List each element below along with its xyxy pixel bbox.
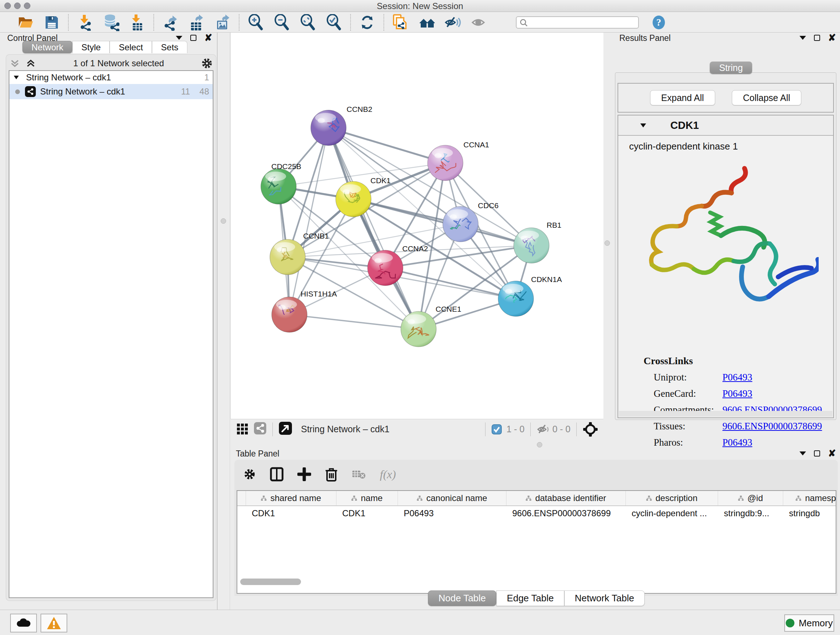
network-node-cdc25b[interactable] bbox=[261, 169, 296, 204]
table-cell[interactable]: stringdb:9... bbox=[718, 506, 783, 521]
create-column-plus-icon[interactable] bbox=[297, 467, 311, 481]
column-header-namespace[interactable]: namespace bbox=[783, 491, 836, 505]
network-edge[interactable] bbox=[289, 128, 328, 315]
export-image-icon[interactable] bbox=[214, 14, 231, 31]
apply-layout-icon[interactable] bbox=[359, 14, 376, 31]
zoom-fit-icon[interactable] bbox=[300, 14, 316, 31]
splitter-handle[interactable] bbox=[221, 218, 226, 224]
collection-expanded-icon[interactable] bbox=[13, 74, 20, 80]
network-canvas[interactable]: CCNB2CCNA1CDC25BCDK1CDC6RB1CCNB1CCNA2CDK… bbox=[231, 33, 603, 419]
splitter-handle[interactable] bbox=[605, 241, 610, 246]
tab-network[interactable]: Network bbox=[22, 41, 73, 53]
network-node-cdkn1a[interactable] bbox=[498, 281, 534, 317]
hide-panel-eye-slash-icon[interactable] bbox=[444, 14, 461, 31]
column-header--id[interactable]: @id bbox=[718, 491, 783, 505]
entry-expanded-icon[interactable] bbox=[639, 122, 648, 128]
network-options-gear-icon[interactable] bbox=[201, 57, 213, 69]
duplicate-network-icon[interactable] bbox=[392, 14, 409, 31]
collapse-panel-icon[interactable] bbox=[799, 36, 806, 40]
table-cell[interactable]: CDK1 bbox=[246, 506, 336, 521]
network-node-ccnb2[interactable] bbox=[311, 110, 346, 146]
tab-sets[interactable]: Sets bbox=[152, 41, 187, 53]
tab-select[interactable]: Select bbox=[110, 41, 152, 53]
column-header-name[interactable]: name bbox=[336, 491, 398, 505]
crosslink-link[interactable]: P06493 bbox=[722, 437, 752, 448]
collapse-all-button[interactable]: Collapse All bbox=[732, 90, 802, 105]
network-node-ccne1[interactable] bbox=[401, 311, 436, 347]
show-panel-eye-icon[interactable] bbox=[470, 14, 487, 31]
splitter-handle[interactable] bbox=[537, 442, 542, 448]
network-edge[interactable] bbox=[279, 163, 445, 187]
network-node-cdc6[interactable] bbox=[443, 206, 478, 242]
tab-string[interactable]: String bbox=[710, 62, 752, 74]
collapse-panel-icon[interactable] bbox=[176, 36, 182, 40]
tab-style[interactable]: Style bbox=[73, 41, 110, 53]
network-edge[interactable] bbox=[328, 128, 418, 329]
table-cell[interactable]: cyclin-dependent ... bbox=[626, 506, 718, 521]
vertical-splitter-left[interactable] bbox=[217, 33, 230, 610]
birdseye-grid-icon[interactable] bbox=[236, 422, 248, 437]
memory-button[interactable]: Memory bbox=[784, 614, 834, 632]
zoom-out-icon[interactable] bbox=[273, 14, 290, 31]
network-node-cdk1[interactable] bbox=[336, 181, 371, 217]
float-panel-icon[interactable] bbox=[814, 35, 820, 41]
network-node-ccna2[interactable] bbox=[368, 250, 403, 286]
close-panel-icon[interactable]: ✘ bbox=[204, 35, 212, 41]
warnings-button[interactable] bbox=[41, 614, 67, 632]
network-row-selected[interactable]: String Network – cdk1 1148 bbox=[9, 84, 213, 99]
navigator-crosshair-icon[interactable] bbox=[583, 421, 598, 437]
table-horizontal-scrollbar[interactable] bbox=[240, 578, 301, 585]
tab-node-table[interactable]: Node Table bbox=[428, 591, 496, 606]
zoom-selected-icon[interactable] bbox=[325, 14, 342, 31]
table-cell[interactable]: CDK1 bbox=[336, 506, 398, 521]
delete-column-trash-icon[interactable] bbox=[325, 467, 338, 481]
network-edge[interactable] bbox=[289, 315, 418, 329]
float-panel-icon[interactable] bbox=[190, 35, 196, 41]
cloud-status-button[interactable] bbox=[10, 614, 37, 632]
collapse-panel-icon[interactable] bbox=[799, 451, 806, 455]
network-share-view-icon[interactable] bbox=[254, 422, 267, 437]
column-header-shared-name[interactable]: shared name bbox=[246, 491, 336, 505]
selected-checkbox-icon[interactable] bbox=[491, 424, 502, 435]
close-panel-icon[interactable]: ✘ bbox=[828, 35, 836, 41]
table-cell[interactable]: stringdb bbox=[783, 506, 836, 521]
column-header-description[interactable]: description bbox=[626, 491, 718, 505]
tab-edge-table[interactable]: Edge Table bbox=[496, 591, 564, 606]
collapse-all-networks-icon[interactable] bbox=[25, 58, 36, 68]
column-header-database-identifier[interactable]: database identifier bbox=[507, 491, 626, 505]
help-button[interactable]: ? bbox=[651, 14, 667, 31]
table-options-gear-icon[interactable] bbox=[243, 468, 256, 481]
detach-view-icon[interactable] bbox=[279, 421, 292, 437]
network-node-ccna1[interactable] bbox=[428, 145, 463, 181]
import-network-icon[interactable] bbox=[77, 14, 93, 31]
expand-all-networks-icon[interactable] bbox=[9, 58, 20, 68]
import-table-icon[interactable] bbox=[129, 14, 145, 31]
crosslink-link[interactable]: P06493 bbox=[722, 372, 752, 383]
search-input[interactable] bbox=[516, 16, 639, 29]
table-cell[interactable]: 9606.ENSP00000378699 bbox=[507, 506, 626, 521]
network-node-ccnb1[interactable] bbox=[270, 239, 305, 275]
expand-all-button[interactable]: Expand All bbox=[650, 90, 715, 105]
network-edge[interactable] bbox=[354, 199, 531, 245]
entry-header[interactable]: CDK1 bbox=[618, 116, 833, 136]
column-header-canonical-name[interactable]: canonical name bbox=[398, 491, 507, 505]
open-session-icon[interactable] bbox=[17, 14, 34, 31]
network-edge[interactable] bbox=[328, 128, 445, 163]
network-collection-row[interactable]: String Network – cdk1 1 bbox=[9, 71, 213, 84]
float-panel-icon[interactable] bbox=[814, 450, 820, 456]
table-row[interactable]: CDK1CDK1P064939606.ENSP00000378699cyclin… bbox=[237, 506, 836, 521]
crosslink-link[interactable]: P06493 bbox=[722, 388, 752, 399]
close-panel-icon[interactable]: ✘ bbox=[828, 450, 836, 456]
network-node-rb1[interactable] bbox=[514, 228, 549, 263]
show-columns-icon[interactable] bbox=[270, 467, 284, 481]
network-node-hist1h1a[interactable] bbox=[272, 297, 307, 333]
hide-graphics-details-icon[interactable] bbox=[418, 14, 435, 31]
crosslink-link[interactable]: 9606.ENSP00000378699 bbox=[722, 421, 822, 432]
tab-network-table[interactable]: Network Table bbox=[564, 591, 645, 606]
zoom-in-icon[interactable] bbox=[248, 14, 264, 31]
results-scrollbar[interactable] bbox=[619, 411, 832, 417]
export-network-icon[interactable] bbox=[162, 14, 179, 31]
table-cell[interactable]: P06493 bbox=[398, 506, 507, 521]
save-session-icon[interactable] bbox=[43, 14, 60, 31]
import-network-from-database-icon[interactable] bbox=[103, 14, 119, 31]
